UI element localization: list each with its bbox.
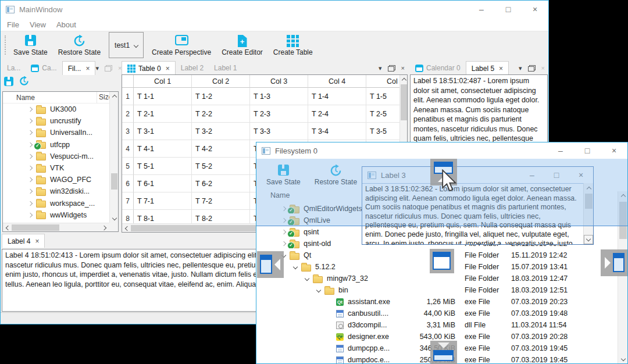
row-header[interactable]: 6: [122, 175, 134, 192]
menu-item[interactable]: View: [24, 20, 51, 29]
float-button[interactable]: [105, 65, 112, 72]
tree-item[interactable]: WAGO_PFC: [3, 174, 109, 185]
tab-table0[interactable]: Table 0 ×: [122, 61, 176, 75]
table-cell[interactable]: T 3-5: [366, 123, 400, 140]
float-button[interactable]: [388, 65, 395, 72]
fs-tree-item[interactable]: d3dcompil... 3,31 MiB dll File 11.03.201…: [256, 319, 617, 331]
tree-item[interactable]: UniversalIn...: [3, 127, 109, 138]
table-cell[interactable]: T 3-4: [308, 123, 366, 140]
chevron-right-icon[interactable]: [28, 107, 33, 112]
chevron-right-icon[interactable]: [28, 213, 33, 217]
main-titlebar[interactable]: MainWindow – □ ×: [1, 1, 548, 18]
table-cell[interactable]: T 5-2: [192, 158, 250, 175]
row-header[interactable]: 3: [122, 123, 134, 140]
close-button[interactable]: ×: [522, 1, 548, 18]
chevron-icon[interactable]: [316, 288, 321, 292]
column-header[interactable]: Col 3: [250, 75, 308, 88]
create-editor-button[interactable]: Create Editor: [216, 31, 268, 59]
menu-item[interactable]: About: [51, 20, 81, 29]
save-icon[interactable]: [4, 77, 13, 86]
table-cell[interactable]: T 6-2: [192, 175, 250, 192]
row-header[interactable]: 4: [122, 140, 134, 158]
dock-indicator-left[interactable]: [257, 251, 284, 278]
column-header-name[interactable]: Name: [16, 94, 35, 102]
table-cell[interactable]: T 8-2: [192, 210, 250, 224]
table-cell[interactable]: T 7-1: [134, 192, 192, 210]
table-cell[interactable]: T 6-1: [134, 175, 192, 192]
chevron-right-icon[interactable]: [28, 189, 33, 194]
save-state-button[interactable]: Save State: [8, 31, 53, 59]
table-cell[interactable]: T 3-2: [192, 123, 250, 140]
row-header[interactable]: 2: [122, 105, 134, 123]
table-cell[interactable]: T 2-1: [134, 105, 192, 123]
scroll-up-button[interactable]: [399, 75, 408, 84]
column-header[interactable]: Col 5: [366, 75, 400, 88]
menu-item[interactable]: File: [2, 20, 24, 29]
chevron-right-icon[interactable]: [28, 130, 33, 135]
table-cell[interactable]: T 1-1: [134, 88, 192, 105]
tab-label1[interactable]: Label 1: [209, 62, 242, 75]
fs-titlebar[interactable]: Filesystem 0 – □ ×: [256, 142, 627, 159]
scroll-down-button[interactable]: [619, 355, 627, 363]
maximize-button[interactable]: □: [574, 142, 601, 159]
restore-icon[interactable]: [19, 76, 29, 86]
fs-tree-item[interactable]: assistant.exe 1,26 MiB exe File 07.03.20…: [256, 296, 617, 308]
tree-item[interactable]: workspace_...: [3, 198, 109, 209]
table-cell[interactable]: T 4-2: [192, 140, 250, 158]
tree-item[interactable]: uncrustify: [3, 115, 109, 127]
scroll-left-button[interactable]: [122, 224, 131, 233]
column-header-size[interactable]: Size: [97, 92, 109, 104]
table-cell[interactable]: T 1-5: [366, 88, 400, 105]
table-cell[interactable]: T 5-1: [134, 158, 192, 175]
scroll-down-button[interactable]: [110, 214, 119, 223]
dock-indicator-center[interactable]: [430, 249, 454, 273]
row-header[interactable]: 7: [122, 192, 134, 210]
close-button[interactable]: ×: [601, 142, 627, 159]
chevron-icon[interactable]: [293, 265, 298, 269]
column-header[interactable]: Col 2: [192, 75, 250, 88]
chevron-right-icon[interactable]: [28, 119, 33, 123]
tab-close-icon[interactable]: ×: [499, 65, 503, 73]
tree-item[interactable]: wwWidgets: [3, 209, 109, 221]
tab-label0[interactable]: La...: [2, 62, 26, 75]
tab-menu-button[interactable]: ▾: [95, 65, 99, 72]
scroll-thumb[interactable]: [401, 84, 407, 120]
chevron-right-icon[interactable]: [28, 177, 33, 182]
tab-calendar0[interactable]: Calendar 0: [410, 62, 466, 75]
scroll-up-button[interactable]: [110, 92, 119, 101]
fs-tree-item[interactable]: canbusutil.... 44,00 KiB exe File 07.03.…: [256, 308, 617, 319]
scroll-down-button[interactable]: [584, 235, 593, 244]
table-cell[interactable]: T 8-1: [134, 210, 192, 224]
dock-close-button[interactable]: ×: [401, 65, 405, 72]
table-cell[interactable]: T 4-1: [134, 140, 192, 158]
dock-indicator-bottom[interactable]: [430, 341, 457, 364]
tree-item[interactable]: win32diski...: [3, 185, 109, 197]
tab-filesystem[interactable]: Fil... ×: [62, 61, 96, 75]
table-cell[interactable]: T 1-3: [250, 88, 308, 105]
tab-close-icon[interactable]: ×: [85, 65, 90, 73]
scroll-left-button[interactable]: [3, 223, 12, 232]
table-cell[interactable]: T 3-3: [250, 123, 308, 140]
table-cell[interactable]: T 2-3: [250, 105, 308, 123]
tree-item[interactable]: Vespucci-m...: [3, 151, 109, 162]
table-cell[interactable]: T 7-2: [192, 192, 250, 210]
scroll-thumb[interactable]: [111, 173, 117, 190]
create-table-button[interactable]: Create Table: [268, 31, 318, 59]
tab-label4[interactable]: Label 4 ×: [2, 234, 45, 248]
restore-state-button[interactable]: Restore State: [53, 31, 106, 59]
tab-label5[interactable]: Label 5 ×: [466, 61, 509, 75]
tab-close-icon[interactable]: ×: [35, 237, 39, 245]
tree-item[interactable]: VTK: [3, 162, 109, 174]
row-header[interactable]: 8: [122, 210, 134, 224]
fs-tree-item[interactable]: mingw73_32 File Folder 18.03.2019 12:47: [256, 273, 617, 284]
table-cell[interactable]: T 1-4: [308, 88, 366, 105]
table-cell[interactable]: T 2-2: [192, 105, 250, 123]
chevron-right-icon[interactable]: [28, 154, 33, 159]
tab-label2[interactable]: Label 2: [176, 62, 209, 75]
chevron-icon[interactable]: [305, 276, 309, 281]
scroll-thumb[interactable]: [12, 224, 59, 231]
tab-calendar[interactable]: Ca...: [26, 62, 62, 75]
perspective-combobox[interactable]: test1: [109, 32, 144, 58]
create-perspective-button[interactable]: Create Perspective: [147, 31, 216, 59]
table-cell[interactable]: T 1-2: [192, 88, 250, 105]
